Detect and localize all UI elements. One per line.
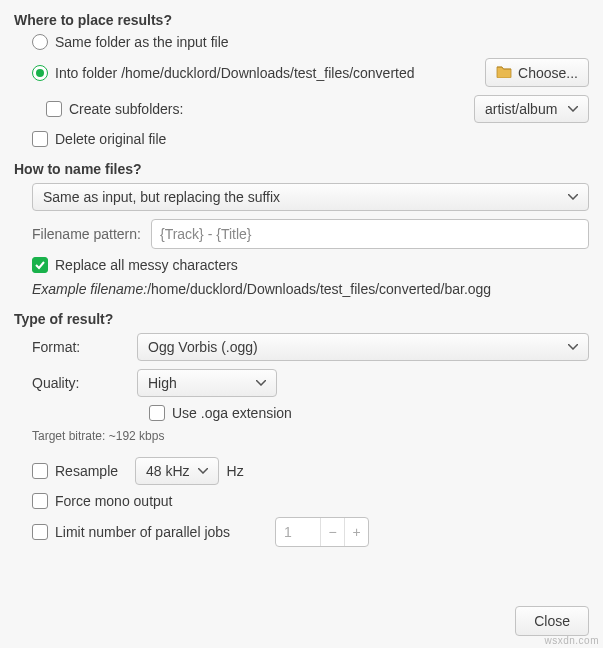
dropdown-naming-scheme[interactable]: Same as input, but replacing the suffix bbox=[32, 183, 589, 211]
radio-row-same-folder[interactable]: Same folder as the input file bbox=[32, 34, 589, 50]
row-limit-jobs: Limit number of parallel jobs 1 − + bbox=[32, 517, 589, 547]
dropdown-format[interactable]: Ogg Vorbis (.ogg) bbox=[137, 333, 589, 361]
close-button[interactable]: Close bbox=[515, 606, 589, 636]
footer: Close bbox=[515, 606, 589, 636]
radio-label-into-folder: Into folder /home/ducklord/Downloads/tes… bbox=[55, 65, 415, 81]
row-quality: Quality: High bbox=[32, 369, 589, 397]
dropdown-subfolder-pattern[interactable]: artist/album bbox=[474, 95, 589, 123]
choose-folder-button[interactable]: Choose... bbox=[485, 58, 589, 87]
label-replace-messy: Replace all messy characters bbox=[55, 257, 238, 273]
radio-same-folder[interactable] bbox=[32, 34, 48, 50]
label-resample: Resample bbox=[55, 463, 135, 479]
section-title-name: How to name files? bbox=[14, 161, 589, 177]
row-replace-messy[interactable]: Replace all messy characters bbox=[32, 257, 589, 273]
checkbox-use-oga[interactable] bbox=[149, 405, 165, 421]
label-example: Example filename: bbox=[32, 281, 147, 297]
label-filename-pattern: Filename pattern: bbox=[32, 226, 141, 242]
radio-into-folder[interactable] bbox=[32, 65, 48, 81]
label-format: Format: bbox=[32, 339, 137, 355]
checkbox-create-subfolders[interactable] bbox=[46, 101, 62, 117]
row-force-mono[interactable]: Force mono output bbox=[32, 493, 589, 509]
spin-plus-button[interactable]: + bbox=[344, 518, 368, 546]
label-delete-original: Delete original file bbox=[55, 131, 166, 147]
chevron-down-icon bbox=[568, 194, 578, 200]
label-resample-unit: Hz bbox=[227, 463, 244, 479]
checkbox-force-mono[interactable] bbox=[32, 493, 48, 509]
checkbox-delete-original[interactable] bbox=[32, 131, 48, 147]
watermark: wsxdn.com bbox=[544, 635, 599, 646]
row-filename-pattern: Filename pattern: {Track} - {Title} bbox=[32, 219, 589, 249]
spin-value: 1 bbox=[276, 518, 320, 546]
chevron-down-icon bbox=[256, 380, 266, 386]
chevron-down-icon bbox=[568, 106, 578, 112]
label-quality: Quality: bbox=[32, 375, 137, 391]
row-format: Format: Ogg Vorbis (.ogg) bbox=[32, 333, 589, 361]
row-delete-original[interactable]: Delete original file bbox=[32, 131, 589, 147]
label-force-mono: Force mono output bbox=[55, 493, 173, 509]
spin-minus-button[interactable]: − bbox=[320, 518, 344, 546]
input-filename-pattern[interactable]: {Track} - {Title} bbox=[151, 219, 589, 249]
checkbox-resample[interactable] bbox=[32, 463, 48, 479]
row-use-oga[interactable]: Use .oga extension bbox=[149, 405, 589, 421]
folder-icon bbox=[496, 64, 512, 81]
label-create-subfolders: Create subfolders: bbox=[69, 101, 183, 117]
dropdown-quality[interactable]: High bbox=[137, 369, 277, 397]
chevron-down-icon bbox=[198, 468, 208, 474]
row-naming-scheme: Same as input, but replacing the suffix bbox=[32, 183, 589, 211]
value-example: /home/ducklord/Downloads/test_files/conv… bbox=[147, 281, 491, 297]
row-example-filename: Example filename: /home/ducklord/Downloa… bbox=[32, 281, 589, 297]
label-target-bitrate: Target bitrate: ~192 kbps bbox=[32, 429, 589, 443]
section-where-to-place: Where to place results? Same folder as t… bbox=[14, 12, 589, 147]
section-type-of-result: Type of result? Format: Ogg Vorbis (.ogg… bbox=[14, 311, 589, 547]
radio-row-into-folder[interactable]: Into folder /home/ducklord/Downloads/tes… bbox=[32, 58, 589, 87]
spin-limit-jobs[interactable]: 1 − + bbox=[275, 517, 369, 547]
section-title-place: Where to place results? bbox=[14, 12, 589, 28]
chevron-down-icon bbox=[568, 344, 578, 350]
checkbox-limit-jobs[interactable] bbox=[32, 524, 48, 540]
section-title-result: Type of result? bbox=[14, 311, 589, 327]
label-limit-jobs: Limit number of parallel jobs bbox=[55, 524, 275, 540]
radio-label-same-folder: Same folder as the input file bbox=[55, 34, 229, 50]
dropdown-resample-rate[interactable]: 48 kHz bbox=[135, 457, 219, 485]
section-how-to-name: How to name files? Same as input, but re… bbox=[14, 161, 589, 297]
row-create-subfolders: Create subfolders: artist/album bbox=[46, 95, 589, 123]
row-resample: Resample 48 kHz Hz bbox=[32, 457, 589, 485]
checkbox-replace-messy[interactable] bbox=[32, 257, 48, 273]
label-use-oga: Use .oga extension bbox=[172, 405, 292, 421]
